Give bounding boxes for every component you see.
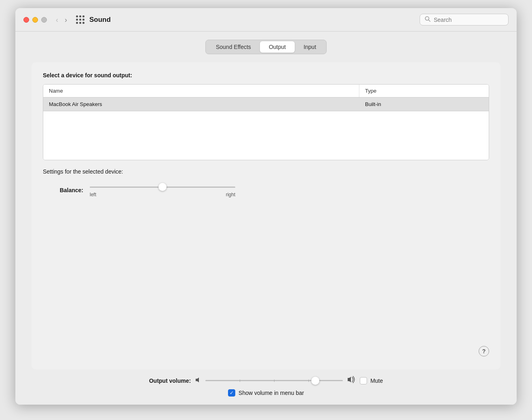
minimize-button[interactable] bbox=[32, 17, 38, 23]
help-btn-container: ? bbox=[43, 338, 489, 360]
grid-dot bbox=[76, 15, 78, 17]
balance-labels: left right bbox=[90, 192, 235, 197]
window-title: Sound bbox=[89, 16, 420, 24]
nav-buttons: ‹ › bbox=[53, 15, 70, 24]
close-button[interactable] bbox=[23, 17, 29, 23]
show-volume-row: ✓ Show volume in menu bar bbox=[228, 389, 304, 397]
svg-line-1 bbox=[429, 20, 430, 21]
table-header: Name Type bbox=[43, 85, 489, 98]
main-window: ‹ › Sound bbox=[15, 8, 517, 405]
balance-label: Balance: bbox=[51, 187, 83, 193]
tabs: Sound Effects Output Input bbox=[205, 40, 327, 54]
grid-icon[interactable] bbox=[76, 15, 84, 24]
grid-dot bbox=[79, 19, 81, 21]
device-name: MacBook Air Speakers bbox=[43, 98, 359, 111]
balance-slider[interactable] bbox=[90, 183, 235, 191]
volume-track bbox=[205, 380, 343, 381]
column-name-header: Name bbox=[43, 85, 359, 97]
balance-slider-container: left right bbox=[90, 183, 235, 197]
titlebar: ‹ › Sound bbox=[15, 8, 517, 32]
show-volume-checkbox[interactable]: ✓ bbox=[228, 389, 235, 397]
volume-tick bbox=[274, 380, 274, 382]
grid-dot bbox=[76, 22, 78, 24]
column-type-header: Type bbox=[359, 85, 489, 97]
volume-tick bbox=[308, 380, 309, 382]
mute-label: Mute bbox=[370, 378, 383, 384]
balance-track bbox=[90, 187, 235, 188]
table-row[interactable]: MacBook Air Speakers Built-in bbox=[43, 98, 489, 111]
svg-marker-3 bbox=[348, 377, 351, 382]
tab-sound-effects[interactable]: Sound Effects bbox=[207, 41, 260, 53]
output-panel: Select a device for sound output: Name T… bbox=[32, 62, 500, 369]
volume-low-icon bbox=[195, 377, 201, 384]
volume-slider-container bbox=[205, 377, 343, 385]
maximize-button[interactable] bbox=[41, 17, 47, 23]
device-table: Name Type MacBook Air Speakers Built-in bbox=[43, 84, 489, 160]
tab-input[interactable]: Input bbox=[295, 41, 325, 53]
forward-button[interactable]: › bbox=[62, 15, 70, 24]
balance-thumb[interactable] bbox=[158, 183, 167, 191]
volume-tick bbox=[240, 380, 240, 382]
tabs-container: Sound Effects Output Input bbox=[32, 40, 500, 54]
bottom-bar: Output volume: bbox=[15, 369, 517, 405]
tab-output[interactable]: Output bbox=[260, 41, 295, 53]
grid-dot bbox=[82, 15, 84, 17]
grid-dot bbox=[76, 19, 78, 21]
grid-dot bbox=[82, 22, 84, 24]
mute-checkbox[interactable] bbox=[360, 377, 367, 384]
grid-dot bbox=[79, 22, 81, 24]
traffic-lights bbox=[23, 17, 47, 23]
grid-dot bbox=[79, 15, 81, 17]
volume-thumb[interactable] bbox=[311, 377, 319, 385]
volume-high-icon bbox=[347, 376, 356, 385]
balance-right-label: right bbox=[226, 192, 235, 197]
device-section-title: Select a device for sound output: bbox=[43, 72, 489, 78]
balance-left-label: left bbox=[90, 192, 96, 197]
search-bar bbox=[420, 14, 509, 25]
device-type: Built-in bbox=[359, 98, 489, 111]
output-volume-row: Output volume: bbox=[32, 376, 500, 385]
settings-section-title: Settings for the selected device: bbox=[43, 168, 489, 175]
table-empty-area bbox=[43, 111, 489, 160]
mute-container: Mute bbox=[360, 377, 383, 384]
content-area: Sound Effects Output Input Select a devi… bbox=[15, 32, 517, 369]
svg-marker-2 bbox=[196, 378, 199, 382]
grid-dot bbox=[82, 19, 84, 21]
back-button[interactable]: ‹ bbox=[53, 15, 61, 24]
balance-row: Balance: left right bbox=[43, 183, 489, 197]
output-volume-label: Output volume: bbox=[149, 378, 191, 384]
search-icon bbox=[425, 16, 431, 23]
search-input[interactable] bbox=[434, 17, 503, 23]
help-button[interactable]: ? bbox=[479, 346, 489, 356]
show-volume-label: Show volume in menu bar bbox=[239, 390, 304, 396]
